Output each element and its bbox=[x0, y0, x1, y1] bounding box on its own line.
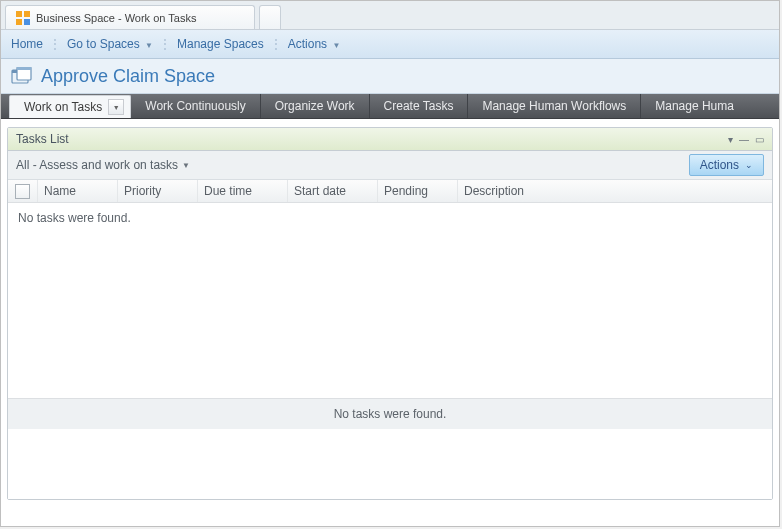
filter-dropdown[interactable]: All - Assess and work on tasks ▼ bbox=[16, 158, 190, 172]
chevron-down-icon: ▼ bbox=[145, 41, 153, 50]
widget-title: Tasks List bbox=[16, 132, 728, 146]
browser-tab-title: Business Space - Work on Tasks bbox=[36, 12, 196, 24]
widget-filter-bar: All - Assess and work on tasks ▼ Actions… bbox=[8, 151, 772, 180]
space-title: Approve Claim Space bbox=[41, 66, 215, 87]
tab-manage-truncated[interactable]: Manage Huma bbox=[641, 94, 748, 118]
browser-tab-active[interactable]: Business Space - Work on Tasks bbox=[5, 5, 255, 29]
widget-maximize-icon[interactable]: ▭ bbox=[755, 134, 764, 145]
table-body: No tasks were found. bbox=[8, 203, 772, 398]
tab-label: Work on Tasks bbox=[24, 100, 102, 114]
tab-dropdown-icon[interactable]: ▼ bbox=[108, 99, 124, 115]
widget-controls: ▾ — ▭ bbox=[728, 134, 764, 145]
nav-separator: ⋮ bbox=[159, 37, 171, 51]
actions-button[interactable]: Actions ⌄ bbox=[689, 154, 764, 176]
column-checkbox[interactable] bbox=[8, 180, 38, 202]
tab-organize-work[interactable]: Organize Work bbox=[261, 94, 370, 118]
column-priority[interactable]: Priority bbox=[118, 180, 198, 202]
content-area: Tasks List ▾ — ▭ All - Assess and work o… bbox=[1, 119, 779, 508]
app-window: Business Space - Work on Tasks Home ⋮ Go… bbox=[0, 0, 780, 527]
nav-actions-label: Actions bbox=[288, 37, 327, 51]
top-nav: Home ⋮ Go to Spaces ▼ ⋮ Manage Spaces ⋮ … bbox=[1, 30, 779, 59]
nav-manage-spaces[interactable]: Manage Spaces bbox=[177, 37, 264, 51]
nav-separator: ⋮ bbox=[49, 37, 61, 51]
svg-rect-2 bbox=[16, 19, 22, 25]
nav-go-to-spaces-label: Go to Spaces bbox=[67, 37, 140, 51]
empty-message: No tasks were found. bbox=[8, 203, 168, 234]
column-description[interactable]: Description bbox=[458, 180, 552, 202]
select-all-checkbox[interactable] bbox=[15, 184, 30, 199]
column-pending[interactable]: Pending bbox=[378, 180, 458, 202]
nav-separator: ⋮ bbox=[270, 37, 282, 51]
column-name[interactable]: Name bbox=[38, 180, 118, 202]
column-due-time[interactable]: Due time bbox=[198, 180, 288, 202]
widget-lower-pad bbox=[8, 429, 772, 499]
chevron-down-icon: ▼ bbox=[182, 161, 190, 170]
table-footer: No tasks were found. bbox=[8, 398, 772, 429]
browser-tab-bar: Business Space - Work on Tasks bbox=[1, 1, 779, 30]
widget-minimize-icon[interactable]: — bbox=[739, 134, 749, 145]
nav-go-to-spaces[interactable]: Go to Spaces ▼ bbox=[67, 37, 153, 51]
column-start-date[interactable]: Start date bbox=[288, 180, 378, 202]
actions-button-label: Actions bbox=[700, 158, 739, 172]
tab-create-tasks[interactable]: Create Tasks bbox=[370, 94, 469, 118]
widget-header: Tasks List ▾ — ▭ bbox=[8, 128, 772, 151]
svg-rect-1 bbox=[24, 11, 30, 17]
nav-tab-strip: Work on Tasks ▼ Work Continuously Organi… bbox=[1, 94, 779, 119]
new-tab-button[interactable] bbox=[259, 5, 281, 29]
nav-actions[interactable]: Actions ▼ bbox=[288, 37, 341, 51]
footer-empty-message: No tasks were found. bbox=[334, 407, 447, 421]
svg-rect-3 bbox=[24, 19, 30, 25]
filter-label: All - Assess and work on tasks bbox=[16, 158, 178, 172]
svg-rect-0 bbox=[16, 11, 22, 17]
nav-home[interactable]: Home bbox=[11, 37, 43, 51]
tab-work-on-tasks[interactable]: Work on Tasks ▼ bbox=[9, 95, 131, 118]
widget-menu-icon[interactable]: ▾ bbox=[728, 134, 733, 145]
space-title-bar: Approve Claim Space bbox=[1, 59, 779, 94]
app-favicon-icon bbox=[16, 11, 30, 25]
column-header-row: Name Priority Due time Start date Pendin… bbox=[8, 180, 772, 203]
tasks-list-widget: Tasks List ▾ — ▭ All - Assess and work o… bbox=[7, 127, 773, 500]
space-icon bbox=[11, 67, 33, 85]
tab-manage-human-workflows[interactable]: Manage Human Workflows bbox=[468, 94, 641, 118]
chevron-down-icon: ▼ bbox=[332, 41, 340, 50]
chevron-down-icon: ⌄ bbox=[745, 160, 753, 170]
tab-work-continuously[interactable]: Work Continuously bbox=[131, 94, 261, 118]
svg-rect-7 bbox=[17, 67, 31, 70]
